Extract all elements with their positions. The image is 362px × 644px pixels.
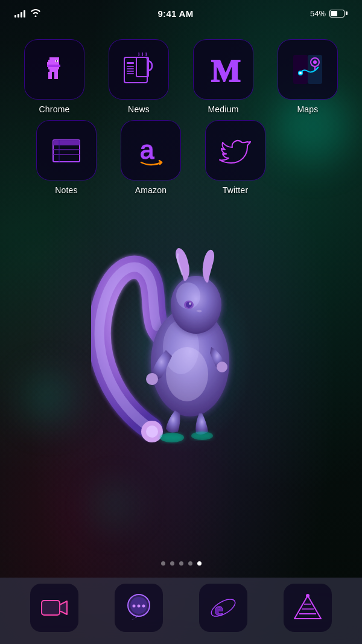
page-dot-3[interactable] bbox=[179, 561, 183, 566]
signal-bars-icon bbox=[14, 9, 25, 18]
battery-icon bbox=[329, 10, 348, 18]
app-item-news[interactable]: News bbox=[103, 39, 175, 114]
app-row-2: Notes a a Amazon bbox=[12, 120, 350, 195]
svg-rect-32 bbox=[127, 62, 134, 64]
signal-bar-3 bbox=[21, 12, 22, 18]
chrome-icon[interactable] bbox=[24, 39, 84, 100]
svg-point-14 bbox=[217, 362, 227, 372]
notes-label: Notes bbox=[55, 185, 78, 195]
status-bar: 9:41 AM 54% bbox=[0, 0, 362, 27]
svg-point-13 bbox=[146, 373, 158, 385]
page-dot-5[interactable] bbox=[197, 561, 202, 566]
maps-icon[interactable] bbox=[278, 39, 338, 100]
facetime-dock-icon[interactable] bbox=[30, 584, 78, 632]
svg-rect-56 bbox=[42, 601, 60, 615]
page-dot-4[interactable] bbox=[188, 561, 192, 566]
dock-item-explorer[interactable]: e e bbox=[199, 584, 247, 632]
app-item-maps[interactable]: Maps bbox=[272, 39, 344, 114]
signal-bar-4 bbox=[24, 10, 25, 18]
svg-point-45 bbox=[299, 72, 302, 74]
glow-orb-3 bbox=[97, 487, 133, 523]
svg-text:M: M bbox=[211, 54, 241, 88]
svg-point-42 bbox=[313, 60, 317, 64]
app-item-twitter[interactable]: Twitter bbox=[193, 120, 278, 195]
maps-label: Maps bbox=[297, 104, 318, 114]
battery-body bbox=[329, 10, 345, 18]
svg-rect-36 bbox=[127, 73, 134, 74]
dock-item-messages[interactable] bbox=[115, 584, 163, 632]
svg-point-64 bbox=[209, 596, 238, 619]
page-dots bbox=[0, 561, 362, 566]
page-dot-2[interactable] bbox=[170, 561, 174, 566]
svg-rect-24 bbox=[48, 72, 52, 74]
svg-point-8 bbox=[189, 302, 191, 305]
news-label: News bbox=[128, 104, 150, 114]
medium-label: Medium bbox=[208, 104, 239, 114]
svg-rect-35 bbox=[127, 71, 134, 72]
svg-rect-23 bbox=[49, 69, 58, 72]
messages-dock-icon[interactable] bbox=[115, 584, 163, 632]
vlc-dock-icon[interactable] bbox=[284, 584, 332, 632]
dock-item-facetime[interactable] bbox=[30, 584, 78, 632]
svg-point-59 bbox=[133, 605, 136, 608]
svg-marker-65 bbox=[294, 596, 321, 619]
svg-rect-22 bbox=[48, 67, 59, 69]
app-item-medium[interactable]: M M Medium bbox=[187, 39, 259, 114]
app-grid: Chrome bbox=[0, 33, 362, 207]
twitter-label: Twitter bbox=[223, 185, 249, 195]
svg-point-7 bbox=[186, 302, 192, 308]
svg-point-69 bbox=[306, 594, 310, 598]
svg-rect-16 bbox=[49, 57, 53, 60]
battery-percentage: 54% bbox=[310, 9, 326, 18]
svg-point-60 bbox=[138, 605, 141, 608]
mewtwo-illustration bbox=[78, 175, 284, 465]
svg-rect-34 bbox=[127, 68, 134, 69]
svg-point-12 bbox=[191, 432, 213, 440]
svg-point-3 bbox=[166, 347, 208, 401]
amazon-label: Amazon bbox=[135, 185, 167, 195]
wifi-icon bbox=[30, 8, 41, 19]
svg-rect-21 bbox=[47, 65, 60, 67]
dock-item-vlc[interactable] bbox=[284, 584, 332, 632]
svg-point-10 bbox=[146, 426, 158, 438]
amazon-icon[interactable]: a a bbox=[121, 120, 181, 180]
svg-text:a: a bbox=[140, 136, 154, 164]
svg-rect-20 bbox=[47, 62, 59, 65]
svg-rect-39 bbox=[293, 55, 308, 84]
signal-bar-1 bbox=[14, 15, 16, 18]
svg-rect-18 bbox=[57, 57, 59, 60]
svg-rect-50 bbox=[53, 140, 80, 145]
status-left bbox=[14, 8, 41, 19]
svg-rect-26 bbox=[48, 74, 52, 79]
svg-rect-27 bbox=[54, 74, 58, 79]
medium-icon[interactable]: M M bbox=[193, 39, 253, 100]
signal-bar-2 bbox=[17, 14, 19, 18]
svg-rect-25 bbox=[54, 72, 58, 74]
svg-point-11 bbox=[160, 433, 184, 442]
app-item-chrome[interactable]: Chrome bbox=[18, 39, 91, 114]
svg-rect-29 bbox=[56, 60, 57, 62]
battery-fill bbox=[331, 11, 337, 16]
explorer-dock-icon[interactable]: e e bbox=[199, 584, 247, 632]
status-time: 9:41 AM bbox=[157, 8, 193, 19]
app-row-1: Chrome bbox=[12, 39, 350, 114]
chrome-label: Chrome bbox=[39, 104, 70, 114]
app-item-amazon[interactable]: a a Amazon bbox=[109, 120, 193, 195]
glow-orb-2 bbox=[24, 374, 72, 422]
dock: e e bbox=[0, 578, 362, 644]
twitter-icon[interactable] bbox=[205, 120, 265, 180]
news-icon[interactable] bbox=[109, 39, 169, 100]
page-dot-1[interactable] bbox=[161, 561, 165, 566]
notes-icon[interactable] bbox=[36, 120, 97, 180]
app-item-notes[interactable]: Notes bbox=[24, 120, 109, 195]
svg-rect-17 bbox=[53, 57, 57, 60]
battery-tip bbox=[346, 11, 348, 15]
status-right: 54% bbox=[310, 9, 348, 18]
svg-rect-33 bbox=[127, 66, 134, 67]
svg-point-61 bbox=[142, 605, 145, 608]
